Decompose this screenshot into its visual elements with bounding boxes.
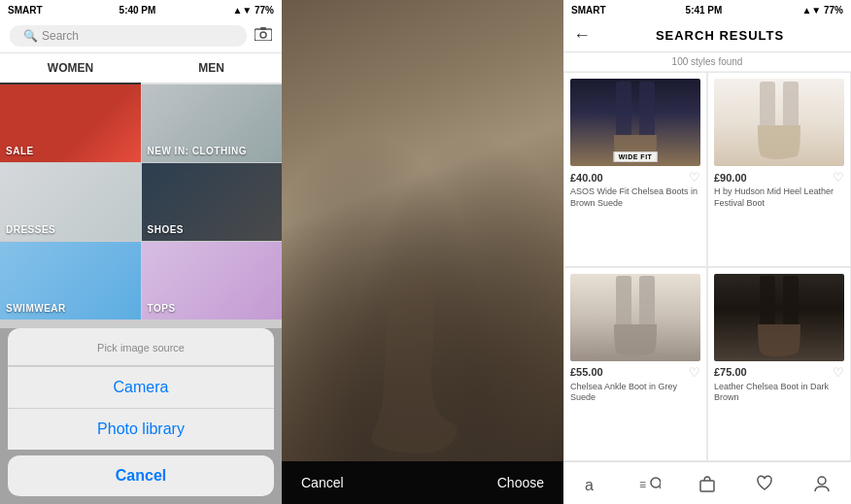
product-image-1: WIDE FIT bbox=[570, 79, 700, 166]
product-name-4: Leather Chelsea Boot in Dark Brown bbox=[714, 382, 844, 404]
search-icon: 🔍 bbox=[23, 29, 38, 43]
product-item-1[interactable]: WIDE FIT £40.00 ♡ ASOS Wide Fit Chelsea … bbox=[563, 72, 707, 267]
photo-library-option-button[interactable]: Photo library bbox=[8, 408, 274, 450]
svg-point-16 bbox=[818, 477, 826, 485]
nav-search-button[interactable]: ≡ bbox=[630, 464, 669, 503]
product-image-visual-4 bbox=[750, 276, 808, 358]
panel-search-results: SMART 5:41 PM ▲▼ 77% ← SEARCH RESULTS 10… bbox=[563, 0, 851, 504]
tab-men[interactable]: MEN bbox=[141, 53, 282, 84]
preview-cancel-button[interactable]: Cancel bbox=[301, 475, 344, 490]
nav-home-button[interactable]: a bbox=[573, 464, 612, 503]
product-meta-4: £75.00 ♡ bbox=[714, 365, 844, 380]
product-image-3 bbox=[570, 274, 700, 361]
boot-silhouette bbox=[358, 248, 475, 461]
search-placeholder: Search bbox=[42, 29, 79, 43]
status-time-1: 5:40 PM bbox=[119, 5, 156, 16]
svg-rect-15 bbox=[700, 481, 714, 491]
search-bar: 🔍 Search bbox=[0, 19, 282, 53]
product-price-3: £55.00 bbox=[570, 366, 603, 378]
status-bar-1: SMART 5:40 PM ▲▼ 77% bbox=[0, 0, 282, 19]
search-results-header: ← SEARCH RESULTS bbox=[563, 19, 851, 52]
svg-rect-4 bbox=[639, 82, 655, 140]
product-meta-1: £40.00 ♡ bbox=[570, 170, 700, 185]
svg-rect-9 bbox=[760, 276, 775, 329]
grid-item-swimwear[interactable]: SWIMWEAR bbox=[0, 242, 141, 319]
tabs-row: WOMEN MEN bbox=[0, 53, 282, 84]
grid-label-new-in: NEW IN: CLOTHING bbox=[148, 146, 247, 156]
wishlist-icon-1[interactable]: ♡ bbox=[689, 170, 700, 185]
nav-account-button[interactable] bbox=[802, 464, 841, 503]
grid-label-shoes: SHOES bbox=[148, 224, 185, 235]
action-sheet-title-box: Pick image source bbox=[8, 328, 274, 366]
grid-label-swimwear: SWIMWEAR bbox=[6, 303, 66, 314]
status-carrier-1: SMART bbox=[8, 5, 43, 16]
svg-point-1 bbox=[260, 32, 266, 38]
grid-item-dresses[interactable]: DRESSES bbox=[0, 163, 141, 241]
grid-item-new-in[interactable]: NEW IN: CLOTHING bbox=[142, 84, 283, 162]
svg-line-14 bbox=[660, 487, 661, 489]
page-title: SEARCH RESULTS bbox=[598, 28, 841, 43]
product-image-visual-3 bbox=[606, 276, 664, 358]
status-signal-1: ▲▼ 77% bbox=[232, 5, 274, 16]
action-sheet-overlay: Pick image source Camera Photo library C… bbox=[0, 328, 282, 504]
action-sheet: Pick image source Camera Photo library C… bbox=[0, 328, 282, 504]
product-name-2: H by Hudson Mid Heel Leather Festival Bo… bbox=[714, 186, 844, 209]
grid-item-shoes[interactable]: SHOES bbox=[142, 163, 283, 241]
carrier-label-1: SMART bbox=[8, 5, 43, 16]
grid-item-tops[interactable]: TOPS bbox=[142, 242, 283, 319]
tab-women[interactable]: WOMEN bbox=[0, 53, 141, 84]
product-item-4[interactable]: £75.00 ♡ Leather Chelsea Boot in Dark Br… bbox=[707, 267, 851, 462]
product-meta-2: £90.00 ♡ bbox=[714, 170, 844, 185]
bottom-navigation: a ≡ bbox=[563, 461, 851, 504]
product-price-1: £40.00 bbox=[570, 172, 603, 184]
svg-rect-8 bbox=[639, 276, 655, 329]
svg-text:≡: ≡ bbox=[639, 478, 646, 491]
svg-rect-7 bbox=[616, 276, 631, 329]
svg-rect-0 bbox=[255, 29, 272, 41]
product-name-1: ASOS Wide Fit Chelsea Boots in Brown Sue… bbox=[570, 186, 700, 209]
grid-label-tops: TOPS bbox=[148, 303, 176, 314]
status-bar-3: SMART 5:41 PM ▲▼ 77% bbox=[563, 0, 851, 19]
preview-choose-button[interactable]: Choose bbox=[497, 475, 544, 490]
carrier-label-3: SMART bbox=[571, 5, 606, 16]
nav-wishlist-button[interactable] bbox=[745, 464, 784, 503]
signal-label-3: ▲▼ 77% bbox=[801, 5, 843, 16]
product-grid: WIDE FIT £40.00 ♡ ASOS Wide Fit Chelsea … bbox=[563, 72, 851, 461]
svg-rect-5 bbox=[760, 82, 775, 130]
wishlist-icon-4[interactable]: ♡ bbox=[833, 365, 844, 380]
product-image-4 bbox=[714, 274, 844, 361]
image-preview-area bbox=[282, 0, 563, 461]
product-image-2 bbox=[714, 79, 844, 166]
svg-point-13 bbox=[651, 478, 661, 487]
nav-bag-button[interactable] bbox=[688, 464, 727, 503]
grid-label-sale: SALE bbox=[6, 146, 34, 156]
grid-item-sale[interactable]: SALE bbox=[0, 84, 141, 162]
svg-rect-6 bbox=[783, 82, 799, 130]
product-image-visual-2 bbox=[750, 82, 808, 164]
back-button[interactable]: ← bbox=[573, 25, 591, 46]
svg-rect-2 bbox=[260, 27, 266, 30]
action-sheet-title: Pick image source bbox=[97, 342, 185, 353]
panel-image-preview: Cancel Choose bbox=[282, 0, 563, 504]
product-item-2[interactable]: £90.00 ♡ H by Hudson Mid Heel Leather Fe… bbox=[707, 72, 851, 267]
wide-fit-badge: WIDE FIT bbox=[614, 151, 658, 162]
camera-option-button[interactable]: Camera bbox=[8, 366, 274, 408]
grid-label-dresses: DRESSES bbox=[6, 224, 55, 235]
svg-rect-3 bbox=[616, 82, 631, 140]
svg-rect-10 bbox=[783, 276, 799, 329]
wishlist-icon-3[interactable]: ♡ bbox=[689, 365, 700, 380]
results-count: 100 styles found bbox=[563, 52, 851, 72]
signal-label-1: ▲▼ 77% bbox=[232, 5, 274, 16]
wishlist-icon-2[interactable]: ♡ bbox=[833, 170, 844, 185]
search-input-container[interactable]: 🔍 Search bbox=[10, 25, 247, 47]
status-time-3: 5:41 PM bbox=[686, 5, 723, 16]
product-price-2: £90.00 bbox=[714, 172, 747, 184]
camera-button[interactable] bbox=[255, 27, 272, 45]
product-name-3: Chelsea Ankle Boot in Grey Suede bbox=[570, 382, 700, 404]
panel-shopping-app: SMART 5:40 PM ▲▼ 77% 🔍 Search WOMEN MEN … bbox=[0, 0, 282, 504]
svg-text:a: a bbox=[585, 477, 594, 492]
product-meta-3: £55.00 ♡ bbox=[570, 365, 700, 380]
image-preview-bottom-bar: Cancel Choose bbox=[282, 461, 563, 504]
product-item-3[interactable]: £55.00 ♡ Chelsea Ankle Boot in Grey Sued… bbox=[563, 267, 707, 462]
action-sheet-cancel-button[interactable]: Cancel bbox=[8, 455, 274, 496]
